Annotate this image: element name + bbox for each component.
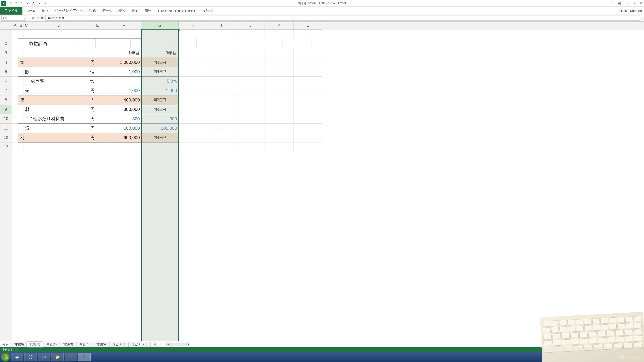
tab-review[interactable]: 校閲 (115, 7, 128, 14)
row-header-6[interactable]: 6 (0, 77, 12, 86)
tab-training-the-street[interactable]: TRAINING THE STREET (154, 7, 198, 14)
taskbar-ie[interactable]: ⓔ (24, 353, 37, 361)
tab-developer[interactable]: 開発 (141, 7, 154, 14)
row-header-12[interactable]: 12 (0, 133, 12, 143)
cell-E10[interactable]: 円 (89, 114, 106, 124)
tab-home[interactable]: ホーム (22, 7, 39, 14)
col-header-G[interactable]: G (141, 21, 178, 29)
select-all-corner[interactable] (0, 21, 12, 29)
tab-data[interactable]: データ (99, 7, 115, 14)
row-header-10[interactable]: 10 (0, 114, 12, 124)
cell-F9[interactable]: 300,000 (106, 105, 141, 114)
qat-dropdown-icon[interactable]: ▾ (37, 1, 42, 6)
col-header-I[interactable]: I (207, 21, 236, 29)
formula-input[interactable]: =+G5*G10 (45, 15, 640, 21)
cell-B12[interactable]: 利益 (18, 133, 24, 143)
enter-formula-button[interactable]: ✓ (36, 16, 41, 20)
row-header-4[interactable]: 4 (0, 58, 12, 67)
cell-C11[interactable]: 賃借料 (24, 124, 29, 133)
taskbar-snipping[interactable]: ✂ (38, 353, 50, 361)
sheet-tab-6[interactable]: コピペ_1 (109, 342, 128, 347)
row-header-11[interactable]: 11 (0, 124, 12, 133)
cell-G8[interactable]: #REF! (141, 95, 178, 105)
qat-icon-1[interactable]: ⬚ (8, 1, 12, 6)
restore-button[interactable]: ▫ (632, 1, 636, 5)
cell-G7[interactable]: 1,000 (141, 86, 178, 95)
cell-E12[interactable]: 円 (89, 133, 106, 143)
col-header-J[interactable]: J (236, 21, 265, 29)
insert-function-button[interactable]: fx (41, 16, 44, 20)
new-sheet-button[interactable]: ⊕ (153, 342, 157, 347)
column-fill-handle-icon[interactable] (178, 29, 180, 31)
cell-G5[interactable]: #REF! (141, 67, 178, 77)
cell-G11[interactable]: 100,000 (141, 124, 178, 133)
cell-E6[interactable]: % (89, 77, 106, 86)
col-header-D[interactable]: D (29, 21, 89, 29)
cell-B2-title[interactable]: 収益計画 (18, 39, 78, 48)
tab-ib-format[interactable]: IB format (198, 7, 218, 14)
cell-F10[interactable]: 300 (106, 114, 141, 124)
cell-C7[interactable]: 値段 (24, 86, 29, 95)
taskbar-explorer[interactable]: 📁 (51, 353, 64, 361)
row-header-1[interactable]: 1 (0, 29, 12, 39)
sheet-tab-1[interactable]: 問題(1) (27, 341, 43, 348)
qat-icon-2[interactable]: ⬚ (14, 1, 18, 6)
col-header-H[interactable]: H (178, 21, 207, 29)
row-header-2[interactable]: 2 (0, 39, 12, 48)
close-button[interactable]: ✕ (638, 1, 643, 5)
cells-area[interactable]: 収益計画 1年目 3年目 売上 円 1,000,000 #REF! 販売数 個 (12, 29, 644, 341)
cell-E7[interactable]: 円 (89, 86, 106, 95)
col-header-B[interactable]: B (18, 21, 24, 29)
cell-G6[interactable]: 5.0% (141, 77, 178, 86)
sheet-tabs-more-icon[interactable]: ⋮ (159, 343, 162, 346)
cancel-formula-button[interactable]: ✕ (30, 16, 36, 20)
tab-insert[interactable]: 挿入 (39, 7, 52, 14)
qat-font-color-icon[interactable]: A (31, 1, 36, 6)
row-header-8[interactable]: 8 (0, 95, 12, 105)
qat-more-icon[interactable]: ▾ (43, 1, 48, 6)
cell-F4[interactable]: 1,000,000 (106, 58, 141, 67)
row-header-5[interactable]: 5 (0, 67, 12, 77)
help-button[interactable]: ? (610, 1, 614, 5)
name-box[interactable]: G9 (1, 15, 26, 21)
row-header-9[interactable]: 9 (0, 105, 12, 114)
qat-icon-3[interactable]: ⬚ (19, 1, 24, 6)
cell-E8[interactable]: 円 (89, 95, 106, 105)
row-header-3[interactable]: 3 (0, 48, 12, 58)
cell-F12[interactable]: 600,000 (106, 133, 141, 143)
cell-G3[interactable]: 3年目 (141, 48, 178, 58)
spreadsheet-grid[interactable]: A B C D E F G H I J K L 1 2 3 4 5 6 7 8 … (0, 21, 644, 341)
sheet-tab-2[interactable]: 問題(2) (44, 342, 60, 347)
col-header-C[interactable]: C (24, 21, 29, 29)
cell-B4[interactable]: 売上 (18, 58, 24, 67)
cell-D10[interactable]: 1個あたり材料費 (29, 114, 89, 124)
cell-G10[interactable]: 300 (141, 114, 178, 124)
sheet-tab-4[interactable]: 問題(4) (76, 342, 92, 347)
tab-page-layout[interactable]: ページ レイアウト (52, 7, 86, 14)
qat-icon-4[interactable]: ✕ (25, 1, 30, 6)
cell-F5[interactable]: 1,000 (106, 67, 141, 77)
col-header-F[interactable]: F (106, 21, 141, 29)
cell-C9[interactable]: 材料費 (24, 105, 29, 114)
cell-G9[interactable]: #REF! (141, 105, 178, 114)
cell-E4[interactable]: 円 (89, 58, 106, 67)
sheet-tab-7[interactable]: コピペ_2 ... (128, 342, 150, 347)
col-header-A[interactable]: A (12, 21, 18, 29)
minimize-button[interactable]: — (624, 1, 630, 5)
cell-G12[interactable]: #REF! (141, 133, 178, 143)
tab-file[interactable]: ファイル (0, 7, 22, 14)
cell-F8[interactable]: 400,000 (106, 95, 141, 105)
ribbon-display-button[interactable]: ▣ (616, 1, 622, 5)
signed-in-user[interactable]: Hitoshi Kumano (620, 9, 642, 12)
cell-G4[interactable]: #REF! (141, 58, 178, 67)
sheet-tab-0[interactable]: 問題(6) (11, 342, 27, 347)
tab-formulas[interactable]: 数式 (86, 7, 99, 14)
col-header-K[interactable]: K (265, 21, 294, 29)
row-header-7[interactable]: 7 (0, 86, 12, 95)
cell-E11[interactable]: 円 (89, 124, 106, 133)
col-header-L[interactable]: L (294, 21, 322, 29)
macro-record-icon[interactable] (15, 349, 18, 351)
cell-B8[interactable]: 費用 (18, 95, 24, 105)
col-header-E[interactable]: E (89, 21, 106, 29)
sheet-tab-3[interactable]: 問題(3) (60, 342, 76, 347)
